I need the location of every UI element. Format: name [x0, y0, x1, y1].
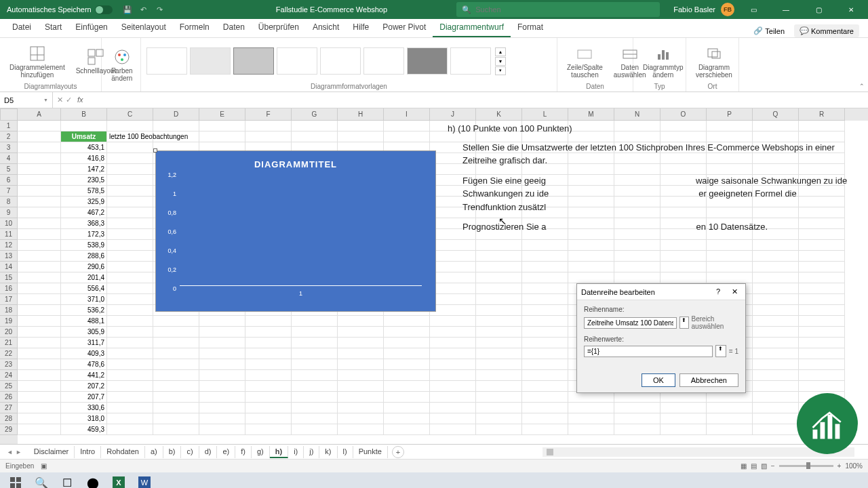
- cell[interactable]: [799, 262, 845, 272]
- cell[interactable]: [614, 413, 660, 424]
- cell[interactable]: [153, 121, 199, 131]
- cell[interactable]: [384, 403, 430, 413]
- col-header[interactable]: B: [61, 108, 107, 121]
- row-header[interactable]: 2: [0, 131, 18, 142]
- cell[interactable]: [292, 316, 338, 327]
- row-header[interactable]: 14: [0, 262, 18, 272]
- cell[interactable]: [107, 305, 153, 316]
- cell[interactable]: [522, 251, 568, 262]
- cell[interactable]: [522, 294, 568, 305]
- cell[interactable]: [707, 272, 753, 283]
- cell[interactable]: [430, 262, 476, 272]
- cell[interactable]: [292, 392, 338, 403]
- cell[interactable]: [18, 240, 61, 251]
- row-header[interactable]: 3: [0, 142, 18, 153]
- cell[interactable]: 201,4: [61, 272, 107, 283]
- close-icon[interactable]: ✕: [837, 0, 865, 19]
- cell[interactable]: [614, 403, 660, 413]
- cell[interactable]: [245, 424, 292, 435]
- cell[interactable]: [153, 392, 199, 403]
- cell[interactable]: [430, 348, 476, 359]
- cell[interactable]: [430, 381, 476, 392]
- sheet-tab[interactable]: j): [304, 446, 319, 458]
- cell[interactable]: [568, 424, 614, 435]
- cell[interactable]: [476, 413, 522, 424]
- ribbon-tab-diagrammentwurf[interactable]: Diagrammentwurf: [433, 18, 511, 37]
- cell[interactable]: [245, 413, 292, 424]
- cell[interactable]: [199, 370, 245, 381]
- cell[interactable]: [292, 359, 338, 370]
- cell[interactable]: 290,6: [61, 262, 107, 272]
- cell[interactable]: [799, 283, 845, 294]
- cell[interactable]: [384, 327, 430, 338]
- cell[interactable]: [199, 381, 245, 392]
- cell[interactable]: [107, 218, 153, 229]
- cell[interactable]: [292, 403, 338, 413]
- cell[interactable]: 325,9: [61, 197, 107, 207]
- sheet-tab[interactable]: l): [338, 446, 353, 458]
- sheet-prev-icon[interactable]: ◄: [7, 449, 13, 455]
- cell[interactable]: [107, 142, 153, 153]
- cell[interactable]: [245, 327, 292, 338]
- cell[interactable]: [292, 348, 338, 359]
- row-header[interactable]: 26: [0, 392, 18, 403]
- cell[interactable]: [107, 294, 153, 305]
- row-header[interactable]: 11: [0, 229, 18, 240]
- row-header[interactable]: 23: [0, 359, 18, 370]
- cell[interactable]: [568, 240, 614, 251]
- cell[interactable]: [753, 262, 799, 272]
- cell[interactable]: [753, 251, 799, 262]
- cell[interactable]: 416,8: [61, 153, 107, 164]
- cell[interactable]: 556,4: [61, 283, 107, 294]
- chart-title[interactable]: DIAGRAMMTITEL: [156, 151, 435, 175]
- cell[interactable]: [753, 348, 799, 359]
- cell[interactable]: [753, 359, 799, 370]
- worksheet-grid[interactable]: 1234567891011121314151617181920212223242…: [0, 108, 868, 444]
- cell[interactable]: [522, 240, 568, 251]
- cell[interactable]: [799, 327, 845, 338]
- cell[interactable]: [430, 240, 476, 251]
- cell[interactable]: [476, 338, 522, 348]
- cell[interactable]: [799, 305, 845, 316]
- cell[interactable]: [18, 392, 61, 403]
- sheet-tab[interactable]: e): [217, 446, 235, 458]
- cell[interactable]: [153, 338, 199, 348]
- chart-style-3[interactable]: [233, 47, 274, 75]
- cell[interactable]: [199, 413, 245, 424]
- cell[interactable]: [753, 403, 799, 413]
- taskview-icon[interactable]: ☐: [55, 474, 79, 488]
- cell[interactable]: [430, 403, 476, 413]
- cell[interactable]: [153, 413, 199, 424]
- cell[interactable]: [707, 424, 753, 435]
- cell[interactable]: [18, 316, 61, 327]
- dialog-help-icon[interactable]: ?: [711, 287, 725, 296]
- cell[interactable]: [430, 370, 476, 381]
- row-header[interactable]: 4: [0, 153, 18, 164]
- cell[interactable]: [338, 338, 384, 348]
- select-all-corner[interactable]: [0, 108, 18, 121]
- cell[interactable]: [799, 370, 845, 381]
- styles-scroll-up[interactable]: ▲: [495, 47, 506, 56]
- sheet-tab[interactable]: Punkte: [353, 446, 388, 458]
- col-header[interactable]: K: [476, 108, 522, 121]
- ok-button[interactable]: OK: [642, 373, 675, 387]
- cell[interactable]: [18, 294, 61, 305]
- name-box[interactable]: D5▼: [0, 92, 53, 108]
- excel-taskbar-icon[interactable]: X: [106, 474, 131, 488]
- cell[interactable]: [199, 327, 245, 338]
- cell[interactable]: 536,2: [61, 305, 107, 316]
- cell[interactable]: [18, 403, 61, 413]
- ribbon-tab-datei[interactable]: Datei: [5, 18, 38, 37]
- move-chart-button[interactable]: Diagramm verschieben: [692, 43, 736, 80]
- ribbon-tab-hilfe[interactable]: Hilfe: [346, 18, 376, 37]
- ribbon-tab-daten[interactable]: Daten: [216, 18, 252, 37]
- cell[interactable]: 538,9: [61, 240, 107, 251]
- cell[interactable]: [522, 359, 568, 370]
- cell[interactable]: [799, 294, 845, 305]
- chart-style-2[interactable]: [190, 47, 231, 75]
- cell[interactable]: 207,7: [61, 392, 107, 403]
- row-header[interactable]: 19: [0, 316, 18, 327]
- cell[interactable]: [430, 327, 476, 338]
- cell[interactable]: [660, 424, 707, 435]
- cell[interactable]: [292, 338, 338, 348]
